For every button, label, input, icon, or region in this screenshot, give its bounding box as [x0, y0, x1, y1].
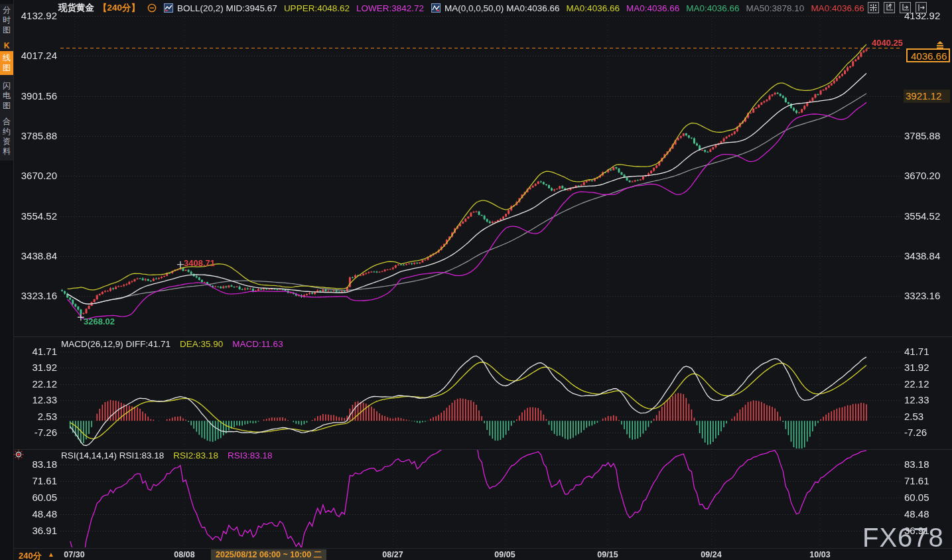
sidebar-tab-contract-info[interactable]: 合约资料 [0, 117, 13, 157]
rsi1-legend: RSI(14,14,14) RSI1:83.18 [61, 451, 164, 460]
timeframe-label[interactable]: 240分 [19, 550, 42, 560]
sidebar-tab-lightning[interactable]: 闪电图 [0, 81, 13, 111]
pan-right-icon[interactable] [916, 2, 927, 13]
ma0-legend-red: MA0:4036.66 [811, 3, 864, 13]
price-chart-canvas[interactable] [0, 0, 952, 560]
sidebar-tab-kline-k: K [0, 41, 13, 51]
ma0-legend-magenta: MA0:4036.66 [626, 3, 679, 13]
swing-low-annotation: 3268.02 [84, 316, 115, 326]
ma50-legend: MA50:3878.10 [746, 3, 805, 13]
chart-header: 现货黄金 【240分】 BOLL(20,2) MID:3945.67 UPPER… [58, 2, 864, 14]
panel-separator-macd [13, 336, 952, 337]
sidebar-tab-kline-rest: 线图 [0, 51, 13, 75]
ma0-legend-green: MA0:4036.66 [686, 3, 739, 13]
boll-indicator-icon[interactable] [163, 3, 173, 13]
chart-toolbar [868, 2, 927, 13]
axis-zoom-out-icon[interactable] [900, 2, 911, 13]
macd-hist-legend: MACD:11.63 [232, 339, 283, 349]
sidebar-tab-timeshare[interactable]: 分时图 [0, 5, 13, 35]
sidebar: 分时图 K 线图 闪电图 合约资料 [0, 0, 14, 560]
macd-dea-legend: DEA:35.90 [180, 339, 223, 349]
ma-config-legend: MA(0,0,0,50,0) [444, 3, 504, 13]
instrument-name: 现货黄金 [58, 2, 94, 14]
price-tag-arrow-icon[interactable] [934, 40, 946, 52]
ma0-legend-white: MA0:4036.66 [506, 3, 559, 13]
rsi2-legend: RSI2:83.18 [173, 451, 218, 460]
kline-app: 分时图 K 线图 闪电图 合约资料 现货黄金 【240分】 BOLL(20,2)… [0, 0, 952, 560]
last-high-annotation: 4040.25 [872, 38, 903, 48]
time-axis-bar: 240分 ▲ 2025/08/12 06:00 ~ 10:00 二 [0, 548, 952, 560]
boll-lower-legend: LOWER:3842.72 [356, 3, 424, 13]
ma-indicator-icon[interactable] [431, 3, 441, 13]
macd-diff-legend: MACD(26,12,9) DIFF:41.71 [61, 339, 170, 349]
crosshair-move-icon[interactable] [868, 2, 879, 13]
macd-legend-row: MACD(26,12,9) DIFF:41.71 DEA:35.90 MACD:… [61, 339, 283, 349]
swing-high-annotation: 3408.71 [184, 258, 215, 268]
alarm-indicator-icon[interactable] [13, 449, 24, 462]
hover-time-tooltip: 2025/08/12 06:00 ~ 10:00 二 [211, 549, 326, 560]
period-label[interactable]: 【240分】 [98, 2, 140, 14]
chart-type-tabs: 分时图 K 线图 闪电图 合约资料 [0, 4, 13, 161]
panel-separator-rsi [13, 449, 952, 450]
axis-zoom-in-icon[interactable] [884, 2, 895, 13]
collapse-icon[interactable] [147, 3, 157, 13]
boll-legend: BOLL(20,2) MID:3945.67 [177, 3, 277, 13]
sidebar-tab-kline[interactable]: K 线图 [0, 41, 13, 75]
rsi-legend-row: RSI(14,14,14) RSI1:83.18 RSI2:83.18 RSI3… [61, 451, 272, 460]
secondary-price-tag: 3921.12 [904, 90, 950, 103]
watermark: FX678 [862, 523, 944, 553]
timeframe-arrow-icon[interactable]: ▲ [48, 551, 54, 558]
rsi3-legend: RSI3:83.18 [228, 451, 273, 460]
ma0-legend-yellow: MA0:4036.66 [567, 3, 620, 13]
boll-upper-legend: UPPER:4048.62 [284, 3, 350, 13]
